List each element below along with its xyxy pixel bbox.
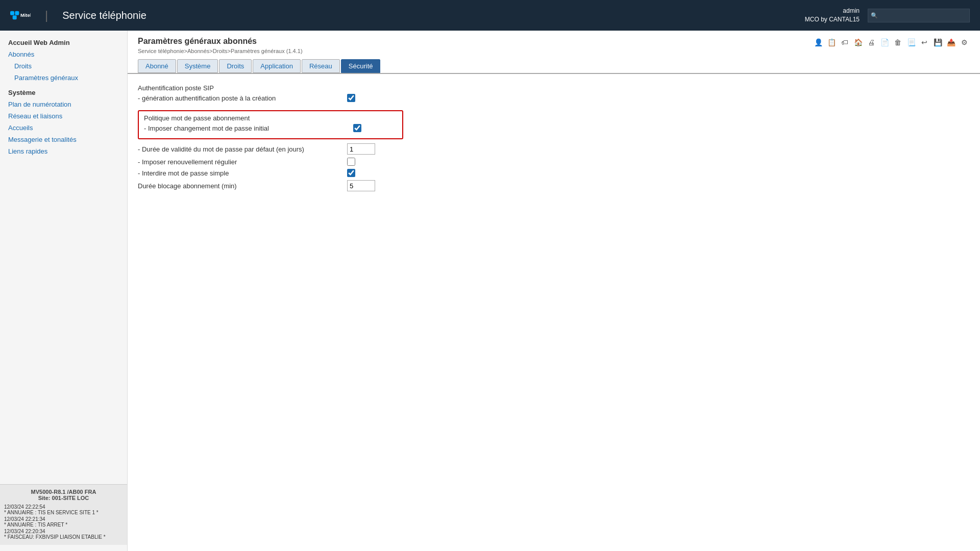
toolbar-icon-new[interactable]: 📄 (879, 37, 890, 48)
sidebar-item-abonnes[interactable]: Abonnés (0, 48, 127, 60)
forbid-simple-row: - Interdire mot de passe simple (138, 169, 970, 177)
sidebar-item-reseau-liaisons[interactable]: Réseau et liaisons (0, 110, 127, 122)
toolbar-icons: 👤 📋 🏷 🏠 🖨 📄 🗑 📃 ↩ 💾 📤 ⚙ (813, 37, 970, 48)
tab-application[interactable]: Application (253, 59, 301, 73)
auth-sip-checkbox[interactable] (347, 94, 355, 102)
tab-systeme[interactable]: Système (177, 59, 218, 73)
page-info: Paramètres généraux abonnés Service télé… (138, 37, 303, 54)
search-input[interactable] (868, 9, 970, 22)
forbid-simple-label: - Interdire mot de passe simple (138, 169, 342, 177)
svg-rect-2 (13, 15, 17, 19)
log-entry-2: 12/03/24 22:21:34 * ANNUAIRE : TIS ARRET… (4, 516, 123, 528)
user-org: MCO by CANTAL15 (805, 15, 860, 24)
toolbar-icon-list[interactable]: 📃 (905, 37, 917, 48)
tabs: Abonné Système Droits Application Réseau… (138, 59, 970, 73)
validity-duration-row: - Durée de validité du mot de passe par … (138, 143, 970, 155)
header-user: admin MCO by CANTAL15 (805, 7, 860, 24)
svg-text:Mitel: Mitel (20, 13, 31, 18)
user-name: admin (805, 7, 860, 15)
header-divider: | (45, 8, 48, 22)
validity-duration-label: - Durée de validité du mot de passe par … (138, 145, 342, 153)
auth-sip-title: Authentification poste SIP (138, 84, 970, 92)
tab-abonne[interactable]: Abonné (138, 59, 176, 73)
toolbar-icon-copy[interactable]: 📋 (826, 37, 837, 48)
sidebar-item-accueil[interactable]: Accueil Web Admin (0, 37, 127, 48)
sidebar-nav: Accueil Web Admin Abonnés Droits Paramèt… (0, 37, 127, 157)
auth-sip-label: - génération authentification poste à la… (138, 94, 342, 102)
toolbar-icon-home[interactable]: 🏠 (852, 37, 864, 48)
main: Paramètres généraux abonnés Service télé… (128, 31, 980, 551)
toolbar-icon-save[interactable]: 💾 (932, 37, 943, 48)
device-model: MV5000-R8.1 /AB00 FRA (4, 489, 123, 495)
mitel-logo-svg: Mitel (10, 8, 31, 23)
mitel-logo: Mitel (10, 8, 31, 23)
toolbar-icon-config[interactable]: ⚙ (959, 37, 970, 48)
renewal-checkbox[interactable] (347, 158, 355, 166)
device-info: MV5000-R8.1 /AB00 FRA Site: 001-SITE LOC (4, 489, 123, 501)
sidebar-item-droits[interactable]: Droits (0, 60, 127, 72)
impose-change-checkbox[interactable] (353, 124, 361, 132)
header: Mitel | Service téléphonie admin MCO by … (0, 0, 980, 31)
block-duration-label: Durée blocage abonnement (min) (138, 182, 342, 190)
log-entry-3: 12/03/24 22:20:34 * FAISCEAU: FXBIVSIP L… (4, 529, 123, 540)
layout: Accueil Web Admin Abonnés Droits Paramèt… (0, 31, 980, 551)
sidebar-item-params-generaux[interactable]: Paramètres généraux (0, 72, 127, 84)
tab-securite[interactable]: Sécurité (341, 59, 381, 73)
log-entry-1: 12/03/24 22:22:54 * ANNUAIRE : TIS EN SE… (4, 504, 123, 515)
page-title: Paramètres généraux abonnés (138, 37, 303, 46)
auth-sip-section: Authentification poste SIP - génération … (138, 84, 970, 102)
tab-reseau[interactable]: Réseau (302, 59, 340, 73)
sidebar: Accueil Web Admin Abonnés Droits Paramèt… (0, 31, 128, 551)
renewal-row: - Imposer renouvellement régulier (138, 158, 970, 166)
sidebar-item-plan-numerotation[interactable]: Plan de numérotation (0, 98, 127, 110)
svg-rect-1 (15, 11, 19, 15)
impose-change-label: - Imposer changement mot de passe initia… (144, 124, 348, 132)
device-site: Site: 001-SITE LOC (4, 495, 123, 501)
forbid-simple-checkbox[interactable] (347, 169, 355, 177)
svg-rect-0 (10, 11, 14, 15)
sidebar-item-messagerie[interactable]: Messagerie et tonalités (0, 134, 127, 145)
toolbar-icon-delete[interactable]: 🗑 (892, 37, 903, 48)
sidebar-item-accueils[interactable]: Accueils (0, 122, 127, 134)
toolbar-icon-export[interactable]: 📤 (945, 37, 957, 48)
block-duration-row: Durée blocage abonnement (min) (138, 180, 970, 191)
password-policy-section: Politique mot de passe abonnement - Impo… (138, 110, 403, 139)
validity-duration-input[interactable] (347, 143, 375, 155)
content-area: Authentification poste SIP - génération … (128, 73, 980, 205)
toolbar-icon-print[interactable]: 🖨 (866, 37, 877, 48)
renewal-label: - Imposer renouvellement régulier (138, 158, 342, 166)
sidebar-item-liens-rapides[interactable]: Liens rapides (0, 145, 127, 157)
sidebar-bottom: MV5000-R8.1 /AB00 FRA Site: 001-SITE LOC… (0, 484, 127, 545)
block-duration-input[interactable] (347, 180, 375, 191)
auth-sip-row: - génération authentification poste à la… (138, 94, 970, 102)
tab-droits[interactable]: Droits (219, 59, 252, 73)
search-wrapper[interactable] (868, 9, 970, 22)
toolbar-icon-tag[interactable]: 🏷 (839, 37, 850, 48)
breadcrumb: Service téléphonie>Abonnés>Droits>Paramè… (138, 48, 303, 54)
header-right: admin MCO by CANTAL15 (805, 7, 970, 24)
logo-area: Mitel | Service téléphonie (10, 8, 146, 23)
sidebar-item-systeme[interactable]: Système (0, 87, 127, 98)
header-title: Service téléphonie (62, 10, 146, 21)
impose-change-row: - Imposer changement mot de passe initia… (144, 124, 397, 132)
toolbar-icon-back[interactable]: ↩ (919, 37, 930, 48)
password-policy-title: Politique mot de passe abonnement (144, 114, 397, 122)
main-header: Paramètres généraux abonnés Service télé… (128, 31, 980, 54)
toolbar-icon-user[interactable]: 👤 (813, 37, 824, 48)
